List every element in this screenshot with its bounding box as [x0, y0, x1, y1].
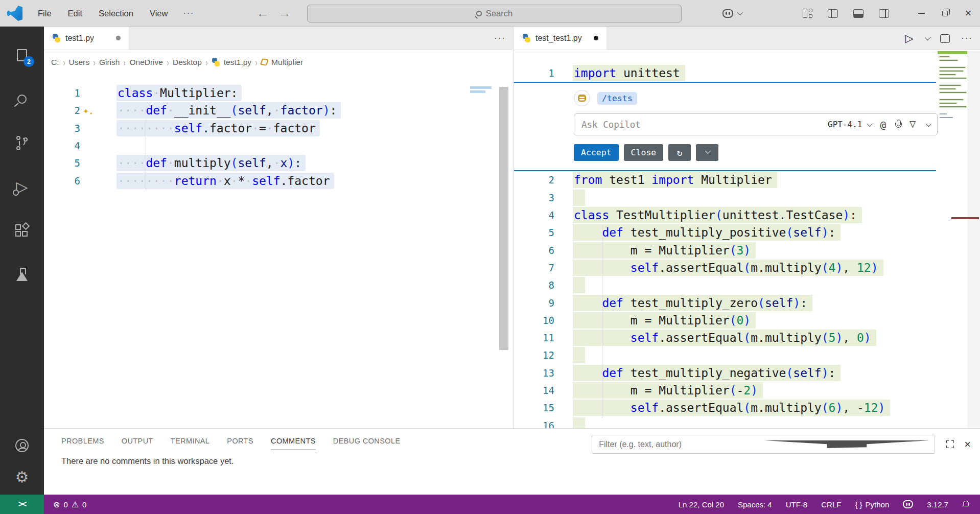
code-line[interactable]: 3	[514, 189, 980, 206]
panel-tab-output[interactable]: OUTPUT	[122, 437, 153, 450]
problems-status[interactable]: ⊗ 0 ⚠ 0	[44, 500, 86, 509]
run-and-debug-icon[interactable]: ▷	[14, 179, 30, 195]
breadcrumb-item[interactable]: Girish	[99, 58, 120, 67]
code-line[interactable]: 4class TestMultiplier(unittest.TestCase)…	[514, 206, 980, 224]
python-interpreter[interactable]: 3.12.7	[927, 500, 948, 509]
code-line[interactable]: 10 m = Multiplier(0)	[514, 312, 980, 329]
back-arrow-icon[interactable]: ←	[257, 7, 268, 20]
model-picker[interactable]: GPT-4.1	[828, 120, 871, 129]
code-line[interactable]: 4	[44, 137, 513, 154]
slash-command-chip[interactable]: /tests	[597, 92, 637, 105]
filter-funnel-icon[interactable]	[764, 440, 930, 448]
code-line[interactable]: 15 self.assertEqual(m.multiply(6), -12)	[514, 399, 980, 416]
code-line[interactable]: ✦2····def·__init__(self,·factor):	[44, 102, 513, 119]
panel-tab-ports[interactable]: PORTS	[227, 437, 253, 450]
menu-selection[interactable]: Selection	[92, 7, 139, 20]
accept-button[interactable]: Accept	[574, 144, 619, 161]
tab-test-test1py[interactable]: test_test1.py	[514, 27, 606, 50]
comments-filter-input[interactable]: Filter (e.g. text, author)	[592, 435, 935, 454]
testing-icon[interactable]	[14, 267, 30, 283]
editor-actions-overflow-icon[interactable]: ···	[494, 33, 506, 43]
code-line[interactable]: 6········return·x·*·self.factor	[44, 172, 513, 189]
modified-dot-icon[interactable]	[594, 36, 598, 40]
code-line[interactable]: 3········self.factor·=·factor	[44, 120, 513, 137]
left-scrollbar[interactable]	[499, 87, 508, 350]
toggle-sidebar-icon[interactable]	[828, 9, 838, 18]
code-line[interactable]: 1import unittest	[514, 64, 980, 82]
code-line[interactable]: 7 self.assertEqual(m.multiply(4), 12)	[514, 259, 980, 276]
restore-button[interactable]	[933, 0, 956, 27]
panel-tab-debug-console[interactable]: DEBUG CONSOLE	[333, 437, 401, 450]
toggle-secondary-sidebar-icon[interactable]	[879, 9, 889, 18]
eol-sequence[interactable]: CRLF	[821, 500, 841, 509]
breadcrumb-item[interactable]: OneDrive	[129, 58, 162, 67]
accounts-icon[interactable]	[14, 437, 30, 454]
cursor-position[interactable]: Ln 22, Col 20	[679, 500, 724, 509]
editor-actions-overflow-icon[interactable]: ···	[961, 33, 973, 43]
breadcrumb-item[interactable]: test1.py	[212, 58, 251, 67]
breadcrumb-item[interactable]: Desktop	[173, 58, 202, 67]
breadcrumb-item[interactable]: Multiplier	[261, 58, 303, 67]
title-bar: File Edit Selection View ··· ← → Search	[0, 0, 980, 27]
remote-indicator[interactable]: ><	[0, 495, 44, 514]
language-mode[interactable]: { } Python	[855, 500, 889, 509]
split-editor-icon[interactable]	[940, 34, 950, 43]
search-view-icon[interactable]	[14, 91, 30, 107]
minimap[interactable]	[938, 51, 967, 428]
attach-context-icon[interactable]: @	[880, 119, 886, 130]
menu-edit[interactable]: Edit	[62, 7, 88, 20]
code-line[interactable]: 6 m = Multiplier(3)	[514, 241, 980, 259]
extensions-icon[interactable]	[14, 223, 30, 239]
send-dropdown-chevron-icon[interactable]	[926, 121, 931, 127]
code-line[interactable]: 13 def test_multiply_negative(self):	[514, 364, 980, 382]
code-line[interactable]: 16	[514, 416, 980, 428]
breadcrumb-item[interactable]: Users	[69, 58, 89, 67]
send-icon[interactable]: ▷	[907, 121, 920, 128]
right-scrollbar[interactable]	[967, 51, 980, 428]
minimize-button[interactable]	[909, 0, 933, 27]
left-code-editor[interactable]: 1class·Multiplier:✦2····def·__init__(sel…	[44, 74, 513, 190]
copilot-menu-button[interactable]	[722, 9, 741, 18]
copilot-status[interactable]	[903, 500, 913, 508]
notifications-bell[interactable]	[962, 501, 970, 508]
indentation[interactable]: Spaces: 4	[738, 500, 772, 509]
forward-arrow-icon[interactable]: →	[279, 7, 291, 20]
code-line[interactable]: 5 def test_multiply_positive(self):	[514, 224, 980, 241]
run-python-file-icon[interactable]: ▷	[905, 32, 914, 44]
ask-copilot-input[interactable]: Ask Copilot GPT-4.1 @ ▷	[574, 113, 938, 135]
maximize-panel-icon[interactable]	[946, 440, 954, 448]
explorer-icon[interactable]: 2	[14, 47, 30, 63]
code-line[interactable]: 14 m = Multiplier(-2)	[514, 382, 980, 399]
source-control-icon[interactable]	[14, 135, 30, 151]
close-button[interactable]: Close	[624, 144, 664, 161]
panel-tab-comments[interactable]: COMMENTS	[271, 437, 316, 450]
code-line[interactable]: 2from test1 import Multiplier	[514, 171, 980, 189]
right-code-editor[interactable]: 1import unittest /tests Ask Copilot GPT-…	[514, 50, 980, 428]
menu-overflow-icon[interactable]: ···	[178, 9, 199, 18]
close-panel-icon[interactable]: ×	[964, 438, 971, 451]
code-line[interactable]: 11 self.assertEqual(m.multiply(5), 0)	[514, 329, 980, 346]
code-line[interactable]: 5····def·multiply(self,·x):	[44, 154, 513, 172]
code-line[interactable]: 8	[514, 276, 980, 294]
breadcrumb-item[interactable]: C:	[51, 58, 59, 67]
code-line[interactable]: 1class·Multiplier:	[44, 84, 513, 102]
panel-tab-problems[interactable]: PROBLEMS	[61, 437, 104, 450]
close-window-button[interactable]: ×	[956, 0, 980, 27]
code-line[interactable]: 12	[514, 346, 980, 364]
menu-file[interactable]: File	[32, 7, 58, 20]
more-actions-chevron-button[interactable]	[696, 144, 718, 161]
run-dropdown-chevron-icon[interactable]	[925, 35, 930, 40]
code-line[interactable]: 9 def test_multiply_zero(self):	[514, 294, 980, 311]
encoding[interactable]: UTF-8	[786, 500, 808, 509]
customize-layout-icon[interactable]	[803, 9, 812, 18]
microphone-icon[interactable]	[895, 120, 901, 130]
rerun-button[interactable]: ↻	[668, 144, 691, 161]
breadcrumb[interactable]: C:›Users›Girish›OneDrive›Desktop› test1.…	[44, 50, 513, 74]
toggle-panel-icon[interactable]	[853, 9, 864, 18]
modified-dot-icon[interactable]	[116, 36, 121, 40]
menu-view[interactable]: View	[144, 7, 174, 20]
tab-test1py[interactable]: test1.py	[44, 27, 129, 50]
command-search-input[interactable]: Search	[307, 5, 682, 22]
panel-tab-terminal[interactable]: TERMINAL	[171, 437, 210, 450]
settings-gear-icon[interactable]: ⚙	[14, 469, 30, 485]
